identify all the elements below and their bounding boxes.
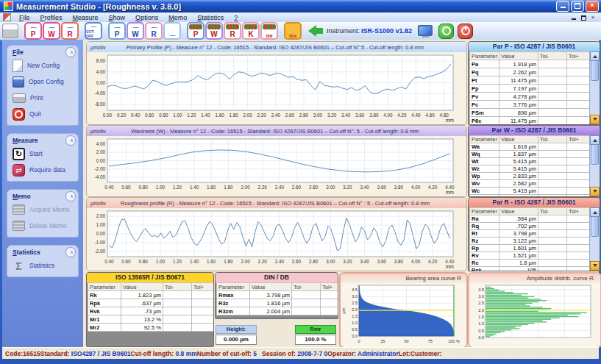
status-segment-number-of-cut-off: Number of cut-off: 5 bbox=[197, 350, 257, 357]
svg-text:3.0: 3.0 bbox=[352, 294, 358, 299]
svg-text:4.20: 4.20 bbox=[428, 185, 438, 190]
title-bar: Measurement Studio - [Roughness v. 3.8.0… bbox=[0, 0, 601, 13]
menu-item-options[interactable]: Options bbox=[130, 13, 163, 22]
toolbar-p-button[interactable]: P bbox=[187, 22, 205, 40]
sidebar-item-acquire-memo[interactable]: Acquire Memo bbox=[7, 201, 78, 218]
stripes-glyph bbox=[226, 24, 239, 29]
svg-text:2.40: 2.40 bbox=[275, 185, 285, 190]
scrollbar[interactable] bbox=[589, 135, 600, 196]
mdi-minimize-button[interactable] bbox=[570, 14, 577, 21]
scrollbar[interactable] bbox=[589, 51, 600, 124]
height-label: Height: bbox=[216, 325, 257, 334]
svg-text:3.20: 3.20 bbox=[343, 185, 352, 190]
tol-minus-cell bbox=[163, 307, 192, 315]
menu-item-memo[interactable]: Memo bbox=[163, 13, 192, 22]
table-row: Wv2.582 µm bbox=[470, 180, 596, 188]
param-name: Rsk bbox=[470, 267, 499, 272]
collapse-chevron-icon[interactable]: « bbox=[65, 135, 76, 146]
table-row: Wt5.415 µm bbox=[470, 158, 596, 165]
column-header: Tol- bbox=[538, 52, 567, 60]
power-on-button[interactable] bbox=[438, 24, 454, 39]
toolbar-print-button[interactable] bbox=[2, 24, 18, 38]
menu-item-statistics[interactable]: Statistics bbox=[192, 13, 229, 22]
sidebar-item-quit[interactable]: Quit bbox=[7, 106, 78, 122]
collapse-chevron-icon[interactable]: « bbox=[65, 247, 76, 257]
svg-text:2.5: 2.5 bbox=[352, 301, 358, 305]
param-value: 5.415 µm bbox=[499, 165, 538, 173]
toolbar-r-button[interactable]: ~~R bbox=[61, 22, 79, 40]
svg-text:3.00: 3.00 bbox=[326, 259, 335, 264]
scrollbar[interactable] bbox=[589, 207, 600, 271]
sidebar-item-statistics[interactable]: ΣStatistics bbox=[7, 257, 78, 274]
minimize-button[interactable] bbox=[556, 1, 569, 12]
toolbar-vda-button[interactable]: VDA bbox=[284, 22, 302, 40]
close-button[interactable]: × bbox=[586, 1, 599, 12]
param-value: 13.2 % bbox=[121, 315, 163, 324]
tol-minus-cell bbox=[538, 252, 567, 260]
stripes-glyph bbox=[263, 24, 276, 29]
toolbar-w-button[interactable]: ~~W bbox=[127, 22, 144, 40]
param-value: 1.823 µm bbox=[121, 291, 163, 299]
toolbar-cut-off-button[interactable]: ~~CUT-OFF bbox=[85, 22, 102, 40]
scroll-thumb bbox=[591, 216, 599, 237]
toolbar-w-button[interactable]: ~~W bbox=[43, 22, 60, 40]
svg-text:2.00: 2.00 bbox=[241, 185, 250, 190]
toolbar-item-button[interactable]: ~~ bbox=[163, 22, 181, 40]
svg-text:1.60: 1.60 bbox=[207, 185, 216, 190]
param-value: 896 µm bbox=[499, 109, 538, 117]
svg-text:1.00: 1.00 bbox=[156, 259, 166, 264]
toolbar-p-button[interactable]: ~~P bbox=[108, 22, 126, 40]
menu-item-measure[interactable]: Measure bbox=[68, 13, 104, 22]
menu-item-show[interactable]: Show bbox=[104, 13, 131, 22]
collapse-chevron-icon[interactable]: « bbox=[65, 191, 76, 201]
toolbar-w-button[interactable]: W bbox=[205, 22, 223, 40]
sidebar-item-open-config[interactable]: Open Config bbox=[7, 74, 78, 90]
menu-item-profiles[interactable]: Profiles bbox=[35, 13, 68, 22]
column-header: Tol+ bbox=[321, 283, 339, 291]
tol-minus-cell bbox=[538, 117, 567, 125]
svg-text:4.00: 4.00 bbox=[411, 259, 421, 264]
svg-text:0.80: 0.80 bbox=[159, 113, 168, 118]
stripes-glyph bbox=[207, 24, 221, 29]
tol-plus-cell bbox=[321, 291, 339, 299]
instrument-monitor-icon bbox=[418, 25, 433, 38]
height-value[interactable]: 0.000 µm bbox=[216, 335, 257, 345]
sidebar-item-new-config[interactable]: New Config bbox=[7, 57, 78, 74]
mdi-close-button[interactable]: × bbox=[589, 14, 597, 21]
collapse-chevron-icon[interactable]: « bbox=[65, 47, 76, 57]
waviness-chart: 4.002.000.00-2.00-4.000.400.600.801.001.… bbox=[87, 136, 465, 195]
menu-item-item[interactable]: ? bbox=[229, 13, 243, 22]
param-value: 3.122 µm bbox=[499, 238, 538, 245]
svg-text:1.20: 1.20 bbox=[173, 259, 182, 264]
svg-text:3.80: 3.80 bbox=[394, 185, 404, 190]
sidebar-item-require-data[interactable]: ⇄Require data bbox=[7, 162, 78, 178]
toolbar-k-button[interactable]: K bbox=[242, 22, 260, 40]
toolbar-p-button[interactable]: ~~P bbox=[24, 22, 42, 40]
toolbar-r-button[interactable]: ~~R bbox=[145, 22, 163, 40]
param-name: Rp bbox=[470, 245, 499, 252]
param-name: Pv bbox=[470, 93, 499, 101]
svg-text:-4.00: -4.00 bbox=[95, 90, 106, 96]
sidebar-item-delete-memo[interactable]: Delete Memo bbox=[7, 218, 78, 234]
toolbar-din-button[interactable]: DIN bbox=[260, 22, 278, 40]
quit-icon bbox=[13, 108, 25, 121]
param-name: Wt bbox=[470, 158, 499, 165]
sidebar-item-print[interactable]: Print bbox=[7, 90, 78, 106]
table-row: Wc5.415 µm bbox=[470, 188, 596, 195]
section-title: File bbox=[13, 49, 65, 56]
unit-label: µm/div bbox=[90, 201, 106, 206]
restore-button[interactable] bbox=[571, 1, 584, 12]
sidebar-item-start[interactable]: ↻Start bbox=[7, 146, 78, 162]
rmr-value[interactable]: 100.0 % bbox=[295, 335, 336, 345]
svg-text:2.80: 2.80 bbox=[309, 185, 319, 190]
column-header: Value bbox=[499, 136, 538, 143]
param-name: Wc bbox=[470, 188, 499, 195]
table-row: Rmax3.798 µm bbox=[217, 291, 339, 299]
menu-item-file[interactable]: File bbox=[14, 13, 35, 22]
svg-text:0.60: 0.60 bbox=[121, 185, 131, 190]
svg-text:3.00: 3.00 bbox=[326, 185, 335, 190]
mdi-restore-button[interactable] bbox=[580, 14, 587, 21]
svg-text:2.80: 2.80 bbox=[309, 259, 319, 264]
power-off-button[interactable] bbox=[458, 24, 473, 39]
toolbar-r-button[interactable]: R bbox=[224, 22, 241, 40]
